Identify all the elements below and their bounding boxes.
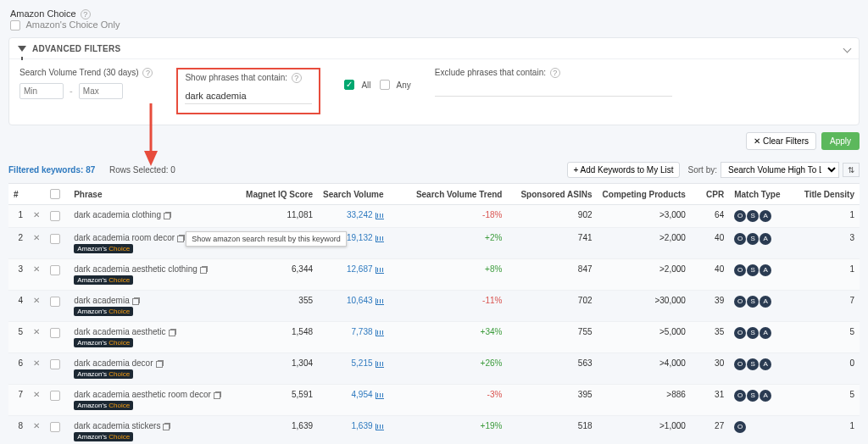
row-checkbox[interactable]: [50, 359, 60, 369]
delete-row-icon[interactable]: ✕: [33, 421, 40, 430]
trend-cell: -18%: [389, 205, 508, 228]
phrase-text[interactable]: dark academia room decor: [74, 233, 175, 242]
match-cell: OSA: [729, 205, 793, 228]
col-index[interactable]: #: [8, 184, 28, 205]
col-density[interactable]: Title Density: [793, 184, 860, 205]
chart-icon[interactable]: [376, 361, 384, 368]
chart-icon[interactable]: [376, 392, 384, 399]
sv-cell[interactable]: 10,643: [318, 291, 389, 322]
col-trend[interactable]: Search Volume Trend: [389, 184, 508, 205]
trend-cell: +26%: [389, 353, 508, 385]
checkbox-amazon-choice-only[interactable]: [10, 20, 20, 31]
clear-filters-button[interactable]: ✕ Clear Filters: [746, 132, 816, 150]
external-link-icon[interactable]: [156, 361, 163, 368]
match-pill: A: [760, 210, 771, 222]
chart-icon[interactable]: [376, 267, 384, 274]
col-checkbox[interactable]: [45, 184, 69, 205]
sv-trend-max-input[interactable]: [79, 83, 123, 99]
row-checkbox[interactable]: [50, 211, 60, 221]
phrase-text[interactable]: dark academia stickers: [74, 421, 160, 430]
col-match[interactable]: Match Type: [729, 184, 793, 205]
external-link-icon[interactable]: [200, 267, 207, 274]
advanced-filters-toggle[interactable]: ADVANCED FILTERS: [9, 38, 859, 59]
phrase-text[interactable]: dark academia aesthetic room decor: [74, 390, 211, 399]
delete-row-icon[interactable]: ✕: [33, 233, 40, 242]
sv-cell[interactable]: 1,639: [318, 416, 389, 444]
sv-trend-min-input[interactable]: [19, 83, 64, 99]
col-sv[interactable]: Search Volume: [318, 184, 389, 205]
row-index: 7: [8, 385, 28, 416]
delete-row-icon[interactable]: ✕: [33, 296, 40, 305]
delete-row-icon[interactable]: ✕: [33, 210, 40, 219]
cpr-cell: 39: [691, 291, 729, 322]
col-iq[interactable]: Magnet IQ Score: [241, 184, 318, 205]
competing-cell: >3,000: [598, 205, 691, 228]
sv-cell[interactable]: 12,687: [318, 259, 389, 291]
chart-icon[interactable]: [376, 424, 384, 430]
col-competing[interactable]: Competing Products: [598, 184, 691, 205]
phrase-text[interactable]: dark academia aesthetic: [74, 327, 165, 336]
row-index: 5: [8, 322, 28, 353]
sort-select[interactable]: Search Volume High To Low: [721, 162, 839, 178]
sponsored-cell: 702: [507, 291, 597, 322]
help-icon[interactable]: ?: [292, 73, 302, 83]
phrase-text[interactable]: dark academia decor: [74, 358, 153, 368]
rows-selected: Rows Selected: 0: [109, 165, 175, 175]
checkbox-any[interactable]: [380, 80, 390, 90]
row-checkbox[interactable]: [50, 328, 60, 338]
filter-label-exclude: Exclude phrases that contain:: [435, 68, 546, 77]
density-cell: 1: [793, 416, 860, 444]
chart-icon[interactable]: [376, 330, 384, 336]
sv-cell[interactable]: 4,954: [318, 385, 389, 416]
row-checkbox[interactable]: [50, 234, 60, 244]
col-cpr[interactable]: CPR: [691, 184, 729, 205]
add-keywords-button[interactable]: + Add Keywords to My List: [567, 162, 679, 178]
chart-icon[interactable]: [376, 213, 384, 219]
phrase-text[interactable]: dark academia aesthetic clothing: [74, 264, 198, 274]
match-pill: A: [760, 327, 771, 339]
row-checkbox[interactable]: [50, 297, 60, 307]
delete-row-icon[interactable]: ✕: [33, 358, 40, 368]
exclude-input[interactable]: [435, 83, 672, 97]
iq-cell: 1,548: [241, 322, 318, 353]
external-link-icon[interactable]: [132, 298, 139, 305]
density-cell: 0: [793, 353, 860, 385]
help-icon[interactable]: ?: [81, 9, 91, 19]
delete-row-icon[interactable]: ✕: [33, 327, 40, 336]
help-icon[interactable]: ?: [550, 68, 560, 78]
external-link-icon[interactable]: [164, 213, 170, 219]
col-phrase[interactable]: Phrase: [69, 184, 241, 205]
competing-cell: >886: [598, 385, 691, 416]
phrase-text[interactable]: dark academia: [74, 296, 130, 305]
external-link-icon[interactable]: [163, 424, 170, 430]
match-pill: O: [734, 233, 746, 245]
density-cell: 1: [793, 205, 860, 228]
help-icon[interactable]: ?: [142, 68, 153, 78]
delete-row-icon[interactable]: ✕: [33, 390, 40, 399]
phrase-text[interactable]: dark academia clothing: [74, 210, 161, 219]
checkbox-all[interactable]: ✓: [344, 80, 354, 90]
sv-cell[interactable]: 33,242: [318, 205, 389, 228]
row-checkbox[interactable]: [50, 422, 60, 432]
contain-value[interactable]: dark academia: [185, 88, 312, 104]
sv-cell[interactable]: 7,738: [318, 322, 389, 353]
amazons-choice-badge: Amazon's Choice: [74, 401, 133, 410]
row-checkbox[interactable]: [50, 391, 60, 401]
sv-cell[interactable]: 5,215: [318, 353, 389, 385]
row-checkbox[interactable]: [50, 265, 60, 275]
chart-icon[interactable]: [376, 298, 384, 305]
sort-label: Sort by:: [688, 165, 717, 175]
competing-cell: >2,000: [598, 259, 691, 291]
delete-row-icon[interactable]: ✕: [33, 264, 40, 274]
chart-icon[interactable]: [376, 236, 384, 242]
external-link-icon[interactable]: [169, 330, 175, 336]
sponsored-cell: 902: [507, 205, 597, 228]
trend-cell: -3%: [389, 385, 508, 416]
row-index: 8: [8, 416, 28, 444]
match-pill: S: [747, 296, 759, 308]
col-sponsored[interactable]: Sponsored ASINs: [507, 184, 597, 205]
external-link-icon[interactable]: [177, 236, 184, 242]
apply-button[interactable]: Apply: [821, 132, 860, 150]
amazons-choice-badge: Amazon's Choice: [74, 244, 133, 253]
external-link-icon[interactable]: [214, 392, 220, 399]
